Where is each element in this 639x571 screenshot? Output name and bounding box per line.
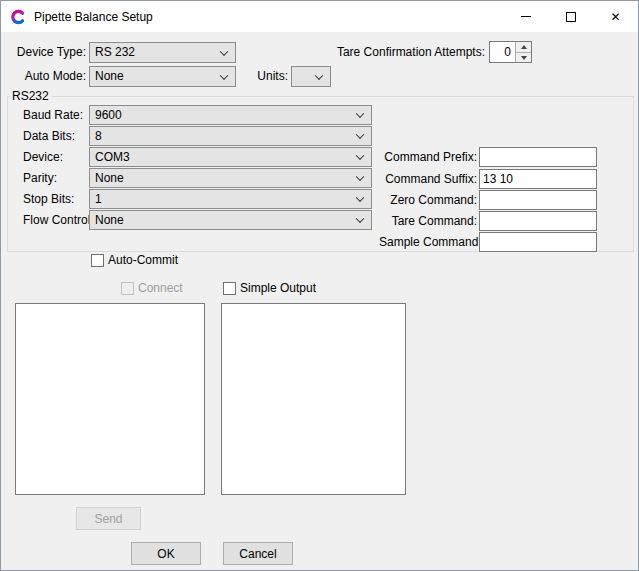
- tare-command-input[interactable]: [479, 211, 597, 231]
- zero-command-label: Zero Command:: [379, 190, 477, 210]
- rs232-group-title: RS232: [9, 89, 52, 103]
- parity-label: Parity:: [23, 168, 57, 188]
- flow-control-value: None: [95, 213, 124, 227]
- pipette-balance-setup-dialog: Pipette Balance Setup ✕ Device Type: RS …: [0, 0, 639, 571]
- auto-mode-label: Auto Mode:: [1, 66, 86, 87]
- send-button: Send: [76, 507, 141, 530]
- data-bits-value: 8: [95, 129, 102, 143]
- tare-command-label: Tare Command:: [379, 211, 477, 231]
- chevron-down-icon: [220, 71, 228, 79]
- spinner-buttons: [515, 42, 531, 62]
- auto-commit-checkbox[interactable]: [91, 254, 104, 267]
- flow-control-combobox[interactable]: None: [89, 210, 372, 230]
- chevron-down-icon: [356, 109, 364, 117]
- simple-output-checkbox[interactable]: [223, 282, 236, 295]
- send-command-textarea[interactable]: [15, 303, 205, 495]
- chevron-down-icon: [315, 71, 323, 79]
- up-arrow-icon: [521, 45, 527, 49]
- simple-output-label: Simple Output: [240, 282, 316, 295]
- parity-value: None: [95, 171, 124, 185]
- baud-rate-label: Baud Rate:: [23, 105, 83, 125]
- baud-rate-value: 9600: [95, 108, 122, 122]
- close-button[interactable]: ✕: [593, 1, 638, 32]
- device-value: COM3: [95, 150, 130, 164]
- chevron-down-icon: [356, 151, 364, 159]
- device-output-textarea[interactable]: [221, 303, 406, 495]
- maximize-button[interactable]: [548, 1, 593, 32]
- connect-checkbox-row: Connect: [121, 282, 183, 295]
- tare-attempts-label: Tare Confirmation Attempts:: [301, 42, 485, 63]
- minimize-button[interactable]: [503, 1, 548, 32]
- stop-bits-combobox[interactable]: 1: [89, 189, 372, 209]
- cancel-button[interactable]: Cancel: [223, 542, 293, 565]
- connect-label: Connect: [138, 282, 183, 295]
- sample-command-input[interactable]: [479, 232, 597, 252]
- chevron-down-icon: [356, 214, 364, 222]
- device-combobox[interactable]: COM3: [89, 147, 372, 167]
- command-prefix-input[interactable]: [479, 147, 597, 167]
- auto-mode-value: None: [95, 69, 124, 83]
- auto-mode-combobox[interactable]: None: [89, 66, 236, 87]
- device-label: Device:: [23, 147, 63, 167]
- maximize-icon: [566, 12, 576, 22]
- flow-control-label: Flow Control:: [23, 210, 94, 230]
- spinner-down-button[interactable]: [516, 52, 531, 62]
- device-type-combobox[interactable]: RS 232: [89, 42, 236, 63]
- tare-attempts-value: 0: [490, 42, 515, 62]
- command-prefix-label: Command Prefix:: [379, 147, 477, 167]
- chevron-down-icon: [356, 130, 364, 138]
- window-title: Pipette Balance Setup: [34, 10, 153, 24]
- units-label: Units:: [231, 66, 288, 87]
- zero-command-input[interactable]: [479, 190, 597, 210]
- tare-attempts-spinner[interactable]: 0: [489, 41, 532, 63]
- chevron-down-icon: [220, 47, 228, 55]
- command-suffix-label: Command Suffix:: [379, 169, 477, 189]
- down-arrow-icon: [521, 56, 527, 60]
- data-bits-label: Data Bits:: [23, 126, 75, 146]
- parity-combobox[interactable]: None: [89, 168, 372, 188]
- baud-rate-combobox[interactable]: 9600: [89, 105, 372, 125]
- stop-bits-value: 1: [95, 192, 102, 206]
- device-type-value: RS 232: [95, 45, 135, 59]
- data-bits-combobox[interactable]: 8: [89, 126, 372, 146]
- close-icon: ✕: [610, 11, 620, 23]
- auto-commit-label: Auto-Commit: [108, 254, 178, 267]
- auto-commit-checkbox-row: Auto-Commit: [91, 254, 178, 267]
- stop-bits-label: Stop Bits:: [23, 189, 74, 209]
- simple-output-checkbox-row: Simple Output: [223, 282, 316, 295]
- titlebar: Pipette Balance Setup ✕: [1, 1, 638, 32]
- chevron-down-icon: [356, 172, 364, 180]
- chevron-down-icon: [356, 193, 364, 201]
- device-type-label: Device Type:: [1, 42, 86, 63]
- app-logo-icon: [10, 9, 26, 25]
- ok-button[interactable]: OK: [131, 542, 201, 565]
- connect-checkbox: [121, 282, 134, 295]
- command-suffix-input[interactable]: [479, 169, 597, 189]
- minimize-icon: [521, 16, 531, 17]
- sample-command-label: Sample Command:: [379, 232, 477, 252]
- units-combobox[interactable]: [291, 66, 331, 87]
- window-controls: ✕: [503, 1, 638, 32]
- spinner-up-button[interactable]: [516, 42, 531, 52]
